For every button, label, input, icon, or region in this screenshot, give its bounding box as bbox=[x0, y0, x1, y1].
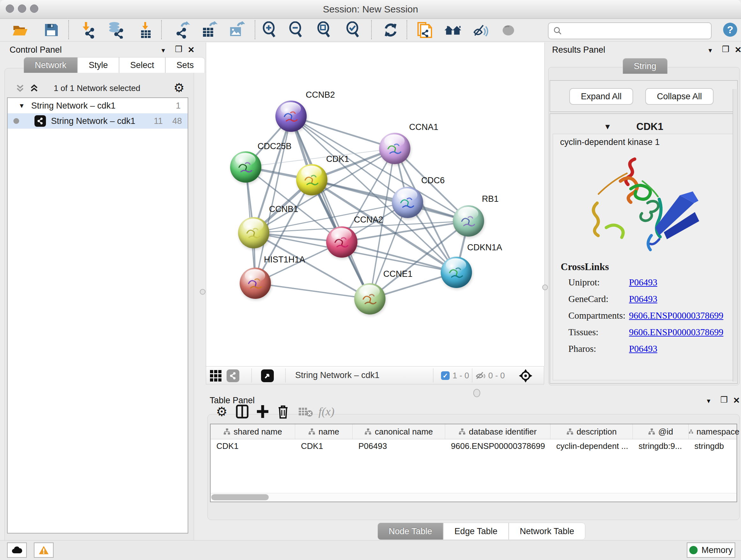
selected-checkbox-icon[interactable]: ✓ bbox=[441, 371, 450, 380]
panel-close-icon[interactable]: ✕ bbox=[733, 395, 740, 406]
node-CCNA1[interactable] bbox=[379, 133, 410, 164]
tab-node-table[interactable]: Node Table bbox=[378, 523, 443, 540]
hide-panels-icon[interactable] bbox=[472, 21, 490, 39]
column-header-namespace[interactable]: namespace bbox=[689, 424, 740, 439]
node-CDK1[interactable] bbox=[296, 164, 327, 195]
memory-label: Memory bbox=[701, 545, 733, 555]
node-label-HIST1H1A: HIST1H1A bbox=[264, 255, 305, 265]
panel-menu-icon[interactable]: ▾ bbox=[707, 397, 711, 405]
network-tree: ▼ String Network – cdk1 1 String Network… bbox=[7, 98, 188, 534]
network-canvas[interactable]: CCNB2CCNA1CDC25BCDK1CDC6RB1CCNB1CCNA2CDK… bbox=[206, 43, 545, 366]
table-gear-icon[interactable]: ⚙ bbox=[213, 403, 230, 420]
network-collection-row[interactable]: ▼ String Network – cdk1 1 bbox=[8, 98, 188, 113]
zoom-fit-icon[interactable] bbox=[315, 21, 333, 39]
table-row[interactable]: CDK1CDK1P064939606.ENSP00000378699cyclin… bbox=[211, 439, 737, 453]
edge-CCNE1-HIST1H1A[interactable] bbox=[255, 283, 370, 299]
node-CCNE1[interactable] bbox=[354, 283, 386, 314]
search-input[interactable] bbox=[565, 25, 711, 36]
share-network-icon[interactable] bbox=[226, 369, 239, 382]
splitter-grip[interactable] bbox=[200, 289, 205, 295]
tab-style[interactable]: Style bbox=[77, 57, 119, 73]
crosslink-value-link[interactable]: P06493 bbox=[629, 277, 657, 288]
import-network-database-icon[interactable] bbox=[106, 21, 125, 39]
tab-network-table[interactable]: Network Table bbox=[509, 523, 586, 540]
node-position-icon[interactable] bbox=[518, 368, 533, 383]
node-CCNB1[interactable] bbox=[238, 217, 269, 248]
panel-menu-icon[interactable]: ▾ bbox=[161, 46, 165, 55]
save-session-icon[interactable] bbox=[42, 21, 60, 39]
node-HIST1H1A[interactable] bbox=[240, 267, 271, 299]
birdseye-view-icon[interactable] bbox=[261, 369, 274, 382]
crosslink-value-link[interactable]: P06493 bbox=[629, 294, 657, 304]
crosslink-value-link[interactable]: P06493 bbox=[629, 344, 657, 354]
results-scrollbar[interactable] bbox=[733, 89, 738, 381]
clear-table-icon[interactable] bbox=[297, 403, 314, 420]
gene-collapse-caret-icon[interactable]: ▼ bbox=[604, 122, 611, 131]
grid-view-icon[interactable] bbox=[210, 370, 221, 381]
column-header-description[interactable]: description bbox=[550, 424, 633, 439]
tab-sets[interactable]: Sets bbox=[165, 57, 205, 73]
cloud-status-button[interactable] bbox=[7, 543, 27, 558]
panel-close-icon[interactable]: ✕ bbox=[188, 45, 195, 55]
memory-button[interactable]: Memory bbox=[687, 543, 735, 558]
add-column-icon[interactable] bbox=[254, 403, 271, 420]
open-session-icon[interactable] bbox=[11, 21, 29, 39]
node-RB1[interactable] bbox=[453, 205, 484, 237]
hidden-count: 0 - 0 bbox=[488, 371, 505, 381]
node-CDC25B[interactable] bbox=[230, 151, 261, 183]
panel-float-icon[interactable]: ❒ bbox=[720, 395, 728, 405]
memory-status-dot-icon bbox=[689, 546, 697, 554]
help-button[interactable]: ? bbox=[723, 23, 737, 37]
function-builder-icon[interactable]: f(x) bbox=[318, 403, 335, 420]
column-header-canonicalname[interactable]: canonical name bbox=[353, 424, 445, 439]
expand-all-button[interactable]: Expand All bbox=[569, 88, 633, 105]
toolbar-separator bbox=[407, 20, 407, 39]
select-columns-icon[interactable] bbox=[234, 403, 251, 420]
crosslink-value-link[interactable]: 9606.ENSP00000378699 bbox=[629, 310, 724, 321]
export-image-icon[interactable] bbox=[227, 21, 246, 39]
collapse-all-button[interactable]: Collapse All bbox=[645, 88, 714, 105]
warning-status-button[interactable] bbox=[34, 543, 54, 558]
column-label: namespace bbox=[697, 427, 739, 437]
tab-string[interactable]: String bbox=[623, 58, 668, 74]
column-header-name[interactable]: name bbox=[295, 424, 353, 439]
delete-column-icon[interactable] bbox=[275, 403, 291, 420]
zoom-selected-icon[interactable] bbox=[344, 21, 362, 39]
import-table-icon[interactable] bbox=[137, 21, 155, 39]
panel-float-icon[interactable]: ❒ bbox=[175, 44, 182, 54]
tab-network[interactable]: Network bbox=[23, 57, 77, 73]
network-options-gear-icon[interactable]: ⚙ bbox=[174, 81, 185, 95]
node-CCNA2[interactable] bbox=[326, 226, 357, 258]
show-panel-icon[interactable] bbox=[499, 21, 518, 39]
panel-menu-icon[interactable]: ▾ bbox=[709, 46, 712, 55]
crosslink-row: Compartments:9606.ENSP00000378699 bbox=[568, 310, 625, 321]
node-label-CDC6: CDC6 bbox=[421, 176, 445, 186]
column-header-id[interactable]: @id bbox=[633, 424, 689, 439]
tab-select[interactable]: Select bbox=[119, 57, 165, 73]
scrollbar-thumb[interactable] bbox=[211, 494, 269, 500]
panel-float-icon[interactable]: ❒ bbox=[722, 44, 729, 54]
tab-edge-table[interactable]: Edge Table bbox=[443, 523, 509, 540]
panel-close-icon[interactable]: ✕ bbox=[735, 45, 741, 55]
warning-icon bbox=[39, 546, 49, 555]
home-pages-icon[interactable] bbox=[444, 21, 462, 39]
node-CDKN1A[interactable] bbox=[441, 257, 472, 288]
crosslink-value-link[interactable]: 9606.ENSP00000378699 bbox=[629, 327, 724, 337]
table-horizontal-scrollbar[interactable] bbox=[211, 493, 737, 502]
export-network-icon[interactable] bbox=[173, 21, 191, 39]
column-header-databaseidentifier[interactable]: database identifier bbox=[445, 424, 550, 439]
import-network-icon[interactable] bbox=[79, 21, 97, 39]
network-row-selected[interactable]: String Network – cdk1 11 48 bbox=[8, 113, 188, 129]
node-CCNB2[interactable] bbox=[275, 101, 307, 132]
collapse-caret-icon[interactable]: ▼ bbox=[18, 102, 25, 110]
column-header-sharedname[interactable]: shared name bbox=[211, 424, 295, 439]
zoom-in-icon[interactable] bbox=[260, 21, 279, 39]
refresh-layout-icon[interactable] bbox=[381, 21, 400, 39]
zoom-out-icon[interactable] bbox=[287, 21, 306, 39]
crosslink-row: Pharos:P06493 bbox=[568, 344, 596, 354]
string-app-icon[interactable] bbox=[416, 21, 434, 39]
edge-CCNB2-CCNE1[interactable] bbox=[291, 116, 370, 299]
edge-CCNB2-CCNA1[interactable] bbox=[291, 116, 395, 148]
node-CDC6[interactable] bbox=[392, 187, 423, 218]
export-table-icon[interactable] bbox=[200, 21, 218, 39]
